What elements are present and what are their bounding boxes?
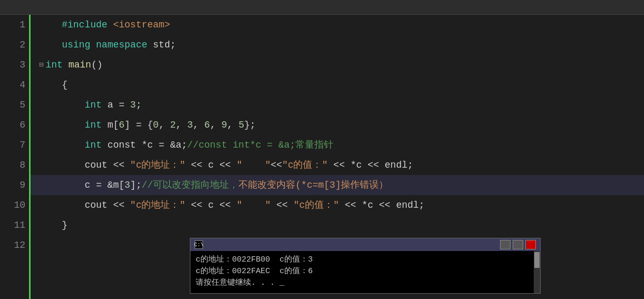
tab-bar — [0, 0, 644, 15]
token-num: 2 — [170, 115, 176, 135]
code-line-3: ⊟int main() — [31, 55, 644, 75]
token-plain: , — [210, 115, 222, 135]
token-plain: } — [39, 215, 68, 235]
code-line-4: { — [31, 75, 644, 95]
token-plain: , — [176, 115, 187, 135]
token-plain — [90, 35, 96, 55]
cmd-scrollbar[interactable] — [534, 251, 540, 293]
line-number-4: 4 — [0, 75, 31, 95]
token-plain: << *c << endl; — [339, 195, 425, 215]
cmd-output-line-1: c的地址：0022FB00 c的值：3 — [196, 254, 535, 266]
cmd-output-line-2: c的地址：0022FAEC c的值：6 — [196, 266, 535, 277]
token-plain — [39, 115, 84, 135]
token-kw: int — [84, 115, 101, 135]
token-plain — [39, 135, 84, 155]
token-cm: //const int*c = &a;常量指针 — [187, 135, 333, 155]
line-number-2: 2 — [0, 35, 31, 55]
line-number-6: 6 — [0, 115, 31, 135]
token-plain: const *c = &a; — [102, 135, 187, 155]
token-str: "c的值：" — [282, 155, 328, 175]
token-plain: << c << — [185, 155, 236, 175]
token-plain — [39, 95, 84, 115]
token-inc: <iostream> — [113, 15, 170, 35]
token-str: "c的地址：" — [130, 155, 185, 175]
line-number-11: 11 — [0, 215, 31, 235]
line-number-12: 12 — [0, 235, 31, 255]
line-number-8: 8 — [0, 155, 31, 175]
token-plain: }; — [244, 115, 256, 135]
token-str: " " — [236, 155, 271, 175]
token-plain: << — [271, 195, 293, 215]
token-plain: , — [227, 115, 239, 135]
collapse-button[interactable]: ⊟ — [39, 55, 43, 75]
maximize-button[interactable] — [513, 240, 523, 249]
token-fn: main — [69, 55, 91, 75]
token-plain: c = &m[ — [39, 175, 124, 195]
code-line-10: cout << "c的地址：" << c << " " << "c的值：" <<… — [31, 195, 644, 215]
cmd-icon: C:\ — [195, 240, 203, 249]
line-number-5: 5 — [0, 95, 31, 115]
code-line-5: int a = 3; — [31, 95, 644, 115]
token-cm: //可以改变指向地址， — [141, 175, 238, 195]
token-plain: ] = { — [124, 115, 153, 135]
token-plain: m[ — [102, 115, 119, 135]
token-cm-orange: 不能改变内容(*c=m[3]操作错误） — [238, 175, 388, 195]
token-plain — [63, 55, 69, 75]
token-num: 9 — [222, 115, 227, 135]
token-plain: a = — [102, 95, 130, 115]
code-line-1: #include <iostream> — [31, 15, 644, 35]
cmd-output-line-3: 请按任意键继续. . . _ — [196, 277, 535, 289]
code-editor: 123456789101112 #include <iostream> usin… — [0, 0, 644, 299]
token-kw: int — [84, 135, 101, 155]
token-num: 3 — [124, 175, 130, 195]
cmd-titlebar: C:\ — [190, 238, 540, 251]
minimize-button[interactable] — [500, 240, 511, 249]
token-plain: << *c << endl; — [328, 155, 413, 175]
token-str: "c的值：" — [293, 195, 339, 215]
code-line-2: using namespace std; — [31, 35, 644, 55]
token-str: " " — [236, 195, 271, 215]
cmd-scroll-thumb — [534, 252, 540, 268]
token-plain: << c << — [185, 195, 236, 215]
token-plain: ; — [136, 95, 142, 115]
token-plain: () — [91, 55, 103, 75]
token-kw: using — [62, 35, 90, 55]
token-kw: int — [84, 95, 101, 115]
line-number-9: 9 — [0, 175, 31, 195]
token-num: 3 — [130, 95, 136, 115]
token-num: 6 — [119, 115, 124, 135]
token-plain — [39, 15, 62, 35]
code-line-9: c = &m[3];//可以改变指向地址，不能改变内容(*c=m[3]操作错误） — [31, 175, 644, 195]
code-line-6: int m[6] = {0, 2, 3, 6, 9, 5}; — [31, 115, 644, 135]
cmd-titlebar-left: C:\ — [195, 240, 206, 249]
close-button[interactable] — [525, 240, 536, 249]
token-num: 6 — [204, 115, 210, 135]
token-plain: { — [39, 75, 68, 95]
token-str: "c的地址：" — [130, 195, 185, 215]
line-number-10: 10 — [0, 195, 31, 215]
token-plain — [39, 35, 62, 55]
token-plain: std; — [147, 35, 176, 55]
code-line-7: int const *c = &a;//const int*c = &a;常量指… — [31, 135, 644, 155]
token-num: 0 — [153, 115, 159, 135]
token-kw: int — [45, 55, 62, 75]
code-line-11: } — [31, 215, 644, 235]
token-plain: , — [159, 115, 170, 135]
code-line-8: cout << "c的地址：" << c << " "<<"c的值：" << *… — [31, 155, 644, 175]
token-num: 5 — [238, 115, 244, 135]
token-kw: #include — [62, 15, 107, 35]
token-plain: << — [271, 155, 282, 175]
cmd-controls[interactable] — [500, 240, 536, 249]
cmd-body: c的地址：0022FB00 c的值：3c的地址：0022FAEC c的值：6请按… — [190, 251, 540, 293]
token-kw: namespace — [96, 35, 147, 55]
line-numbers: 123456789101112 — [0, 15, 31, 299]
token-plain: , — [193, 115, 205, 135]
token-num: 3 — [187, 115, 193, 135]
token-plain — [108, 15, 113, 35]
line-number-3: 3 — [0, 55, 31, 75]
line-number-7: 7 — [0, 135, 31, 155]
line-number-1: 1 — [0, 15, 31, 35]
token-plain: cout << — [39, 195, 130, 215]
cmd-window: C:\ c的地址：0022FB00 c的值：3c的地址：0022FAEC c的值… — [190, 238, 541, 294]
token-plain: ]; — [130, 175, 142, 195]
